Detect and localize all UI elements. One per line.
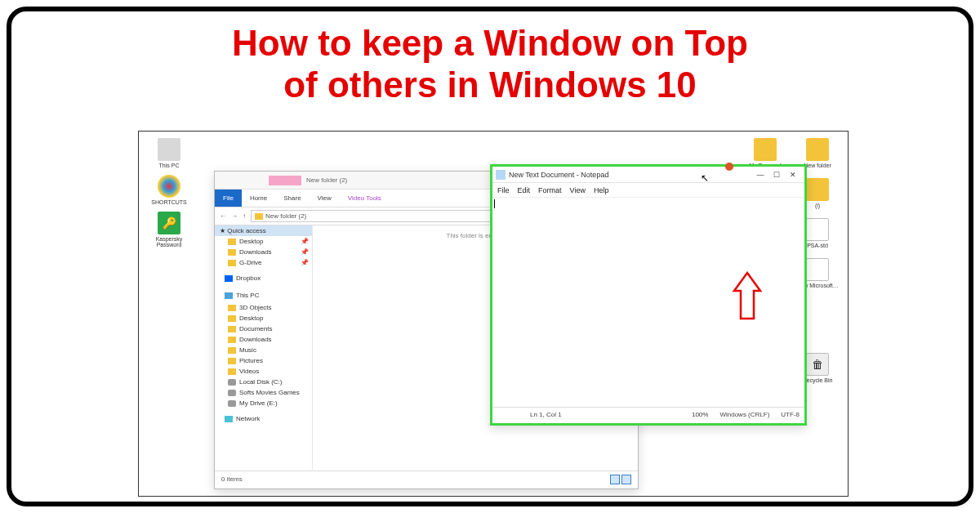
desktop-icon-shortcuts[interactable]: SHORTCUTS [145, 175, 193, 205]
notepad-titlebar[interactable]: New Text Document - Notepad — ☐ ✕ [492, 167, 804, 183]
folder-icon [806, 138, 829, 161]
title-line-2: of others in Windows 10 [283, 65, 697, 105]
explorer-status-bar: 0 items [215, 471, 638, 487]
menu-help[interactable]: Help [594, 186, 609, 194]
nav-item-desktop-2[interactable]: Desktop [215, 313, 312, 323]
status-eol: Windows (CRLF) [719, 411, 769, 418]
desktop-icon-this-pc[interactable]: This PC [145, 138, 193, 168]
nav-item-3d-objects[interactable]: 3D Objects [215, 302, 312, 313]
document-icon [806, 258, 829, 281]
notepad-status-bar: Ln 1, Col 1 100% Windows (CRLF) UTF-8 [492, 407, 804, 422]
nav-forward-button[interactable]: → [231, 212, 238, 220]
desktop-icon-label: SHORTCUTS [151, 199, 186, 205]
notepad-title-text: New Text Document - Notepad [509, 171, 608, 179]
nav-item-gdrive[interactable]: G-Drive 📌 [215, 257, 312, 268]
breadcrumb-path[interactable]: New folder (2) [251, 210, 516, 222]
nav-quick-access[interactable]: ★ Quick access [215, 225, 312, 236]
menu-edit[interactable]: Edit [518, 186, 531, 194]
desktop-icon-kaspersky[interactable]: 🔑Kaspersky Password [145, 212, 193, 248]
notepad-icon [496, 170, 506, 180]
desktop-icons-left: This PC SHORTCUTS 🔑Kaspersky Password [145, 138, 211, 254]
annotation-arrow-up [731, 271, 764, 325]
nav-this-pc[interactable]: This PC [220, 290, 307, 301]
nav-item-documents[interactable]: Documents [215, 323, 312, 334]
key-icon: 🔑 [158, 212, 180, 234]
titlebar-accent [269, 176, 301, 185]
mouse-cursor-icon: ↖ [701, 172, 709, 184]
document-icon [806, 218, 829, 241]
explorer-nav-pane[interactable]: ★ Quick access Desktop 📌 Downloads 📌 G-D… [215, 225, 313, 471]
nav-back-button[interactable]: ← [220, 212, 226, 220]
folder-icon [806, 178, 829, 201]
title-line-1: How to keep a Window on Top [232, 23, 748, 63]
view-mode-details[interactable] [610, 475, 620, 484]
nav-item-local-disk-c[interactable]: Local Disk (C:) [215, 377, 312, 387]
nav-item-videos[interactable]: Videos [215, 366, 312, 377]
desktop-icon-label: Kaspersky Password [156, 236, 183, 248]
notepad-text-area[interactable] [492, 198, 804, 407]
menu-format[interactable]: Format [538, 186, 562, 194]
ribbon-tab-view[interactable]: View [310, 190, 340, 207]
recycle-bin-icon: 🗑 [806, 353, 829, 376]
desktop-screenshot: This PC SHORTCUTS 🔑Kaspersky Password My… [138, 131, 849, 497]
text-cursor [494, 199, 495, 208]
nav-dropbox[interactable]: Dropbox [220, 273, 307, 283]
notification-badge-icon [725, 163, 733, 171]
status-zoom: 100% [692, 411, 708, 418]
notepad-menu-bar: File Edit Format View Help [492, 183, 804, 198]
close-button[interactable]: ✕ [785, 169, 801, 181]
menu-file[interactable]: File [497, 186, 510, 194]
desktop-icon-label: (i) [815, 203, 820, 208]
status-position: Ln 1, Col 1 [530, 411, 562, 418]
nav-item-softs[interactable]: Softs Movies Games [215, 387, 312, 398]
menu-view[interactable]: View [570, 186, 586, 194]
desktop-icon-label: Recycle Bin [803, 377, 833, 383]
desktop-icon-label: PSA-std [807, 243, 828, 248]
nav-item-music[interactable]: Music [215, 345, 312, 355]
folder-icon [754, 138, 777, 161]
item-count: 0 items [221, 475, 243, 483]
butterfly-icon [158, 175, 180, 198]
explorer-title-text: New folder (2) [306, 176, 347, 184]
minimize-button[interactable]: — [752, 169, 768, 181]
nav-item-pictures[interactable]: Pictures [215, 355, 312, 366]
article-frame: How to keep a Window on Top of others in… [7, 7, 973, 506]
desktop-icon-label: This PC [159, 163, 180, 168]
nav-item-downloads[interactable]: Downloads 📌 [215, 247, 312, 257]
view-mode-icons[interactable] [621, 475, 631, 484]
nav-item-desktop[interactable]: Desktop 📌 [215, 236, 312, 247]
ribbon-tab-video-tools[interactable]: Video Tools [340, 190, 390, 207]
notepad-window[interactable]: New Text Document - Notepad — ☐ ✕ File E… [490, 164, 807, 426]
nav-network[interactable]: Network [220, 413, 307, 424]
ribbon-tab-file[interactable]: File [215, 190, 242, 207]
ribbon-tab-share[interactable]: Share [275, 190, 309, 207]
nav-item-my-drive-e[interactable]: My Drive (E:) [215, 398, 312, 408]
folder-icon [255, 213, 263, 220]
breadcrumb-text: New folder (2) [265, 212, 306, 220]
maximize-button[interactable]: ☐ [768, 169, 785, 181]
nav-up-button[interactable]: ↑ [243, 212, 246, 220]
status-encoding: UTF-8 [781, 411, 800, 418]
article-title: How to keep a Window on Top of others in… [11, 11, 969, 110]
desktop-icon-label: New folder [804, 163, 831, 168]
ribbon-tab-home[interactable]: Home [242, 190, 275, 207]
nav-item-downloads-2[interactable]: Downloads [215, 334, 312, 345]
pc-icon [158, 138, 180, 161]
